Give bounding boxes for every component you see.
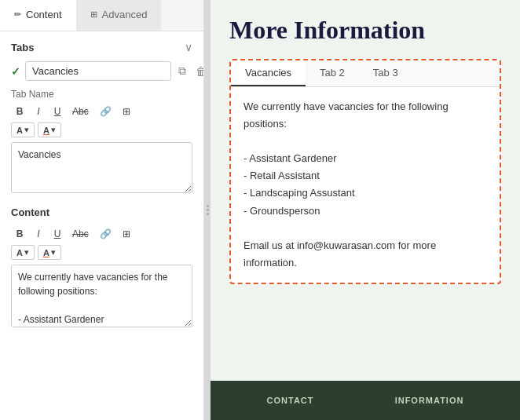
tabs-nav: Vacancies Tab 2 Tab 3 [231, 60, 500, 87]
tab-nav-tab3[interactable]: Tab 3 [359, 60, 412, 86]
content-textarea[interactable]: We currently have vacancies for the foll… [11, 265, 192, 327]
content-strikethrough-button[interactable]: Abc [68, 226, 93, 242]
tab-nav-tab2[interactable]: Tab 2 [306, 60, 359, 86]
content-bold-button[interactable]: B [11, 226, 28, 242]
footer-contact: CONTACT [267, 396, 314, 405]
tab-nav-vacancies[interactable]: Vacancies [231, 60, 306, 86]
tabs-section-title: Tabs [11, 42, 34, 53]
highlight-color-button[interactable]: A ▾ [38, 122, 61, 137]
font-color-button[interactable]: A ▾ [11, 122, 35, 137]
content-link-button[interactable]: 🔗 [95, 226, 116, 242]
advanced-icon: ⊞ [90, 9, 97, 20]
content-toolbar: B I U Abc 🔗 ⊞ [11, 226, 192, 242]
content-font-color-button[interactable]: A ▾ [11, 245, 35, 260]
copy-button[interactable]: ⧉ [176, 63, 189, 79]
tabs-section-header: Tabs ∨ [11, 41, 192, 53]
content-chevron2-icon: ▾ [51, 247, 56, 257]
content-italic-button[interactable]: I [30, 226, 47, 242]
tab-name-label: Tab Name [11, 89, 192, 100]
tabs-widget: Vacancies Tab 2 Tab 3 We currently have … [229, 59, 501, 284]
panel-body: Tabs ∨ ✓ ⧉ 🗑 Tab Name B I U Abc 🔗 ⊞ A ▾ [0, 31, 203, 420]
content-underline-button[interactable]: U [49, 226, 66, 242]
right-panel: More Information Vacancies Tab 2 Tab 3 W… [211, 0, 520, 420]
content-highlight-button[interactable]: A ▾ [38, 245, 61, 260]
resize-handle[interactable] [204, 0, 211, 420]
left-panel: ✏ Content ⊞ Advanced Tabs ∨ ✓ ⧉ 🗑 Tab Na… [0, 0, 204, 420]
check-icon: ✓ [11, 65, 20, 78]
chevron-icon: ▾ [24, 125, 29, 135]
tab-name-toolbar: B I U Abc 🔗 ⊞ [11, 104, 192, 119]
tab-content[interactable]: ✏ Content [0, 0, 76, 31]
highlight-letter: A [43, 126, 49, 135]
resize-dot-2 [207, 209, 209, 211]
strikethrough-button[interactable]: Abc [68, 104, 93, 119]
bold-button[interactable]: B [11, 104, 28, 119]
chevron-down-icon[interactable]: ∨ [185, 41, 192, 53]
content-section: Content B I U Abc 🔗 ⊞ A ▾ A ▾ [11, 206, 192, 330]
content-chevron-icon: ▾ [24, 247, 29, 257]
delete-button[interactable]: 🗑 [193, 64, 203, 79]
underline-button[interactable]: U [49, 104, 66, 119]
tab-name-toolbar-row2: A ▾ A ▾ [11, 122, 192, 137]
tab-item-row: ✓ ⧉ 🗑 [11, 61, 192, 81]
tab-name-input[interactable] [25, 61, 171, 81]
content-highlight-letter: A [43, 248, 49, 257]
page-title: More Information [229, 16, 501, 45]
tab-active-content: We currently have vacancies for the foll… [244, 100, 449, 268]
resize-dot-1 [207, 205, 209, 207]
tab-content-area: We currently have vacancies for the foll… [231, 87, 500, 283]
grid-button[interactable]: ⊞ [118, 104, 135, 119]
content-grid-button[interactable]: ⊞ [118, 226, 135, 242]
tab-advanced[interactable]: ⊞ Advanced [76, 0, 162, 31]
content-section-title: Content [11, 206, 49, 218]
tab-advanced-label: Advanced [102, 9, 148, 20]
footer-bar: CONTACT INFORMATION [211, 381, 520, 420]
resize-dot-3 [207, 213, 209, 215]
content-section-header: Content [11, 206, 192, 218]
editor-tabs: ✏ Content ⊞ Advanced [0, 0, 203, 31]
tab-content-label: Content [26, 9, 62, 20]
italic-button[interactable]: I [30, 104, 47, 119]
edit-icon: ✏ [14, 9, 21, 20]
chevron2-icon: ▾ [51, 125, 56, 135]
preview-area: More Information Vacancies Tab 2 Tab 3 W… [211, 0, 520, 381]
tab-name-textarea[interactable]: Vacancies [11, 142, 192, 193]
content-toolbar-row2: A ▾ A ▾ [11, 245, 192, 260]
link-button[interactable]: 🔗 [95, 104, 116, 119]
footer-information: INFORMATION [395, 396, 464, 405]
content-font-letter: A [16, 248, 23, 257]
font-letter: A [16, 126, 23, 135]
